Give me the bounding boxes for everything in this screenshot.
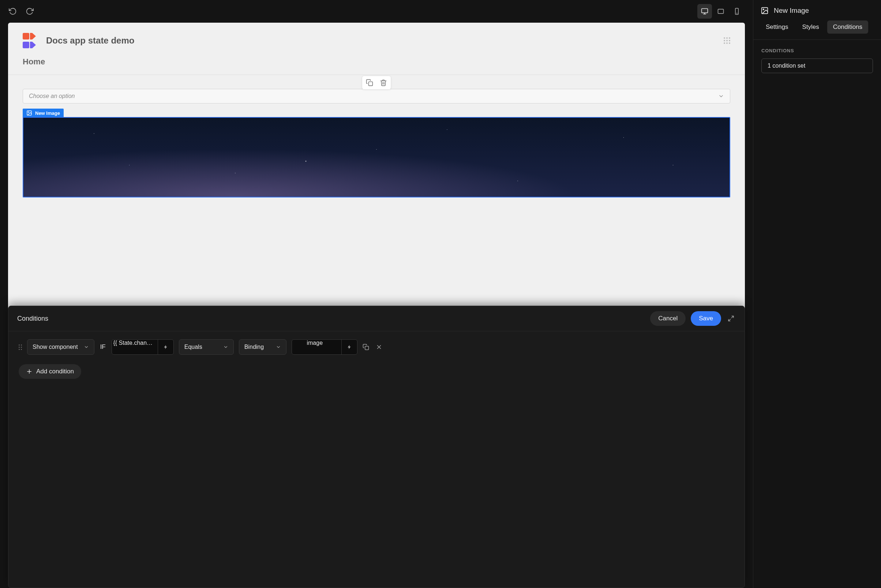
svg-line-11 (732, 316, 734, 318)
action-select-label: Show component (33, 344, 78, 350)
app-logo (23, 32, 39, 49)
bolt-icon (347, 345, 352, 350)
component-toolbar (362, 76, 391, 90)
condition-row: Show component IF {{ State.chan… Equa (19, 339, 734, 355)
svg-rect-13 (365, 346, 369, 350)
delete-button[interactable] (380, 79, 387, 86)
svg-point-10 (28, 112, 29, 112)
bolt-icon (163, 345, 168, 350)
right-value-input[interactable]: image (292, 339, 358, 355)
svg-rect-6 (23, 33, 29, 39)
plus-icon (26, 368, 33, 375)
chevron-down-icon (84, 345, 89, 350)
undo-icon (9, 8, 17, 15)
svg-line-12 (728, 319, 730, 321)
mobile-icon (733, 8, 741, 15)
remove-row-button[interactable] (376, 344, 382, 350)
app-menu-icon[interactable] (724, 37, 730, 44)
image-icon (26, 110, 32, 116)
tablet-icon (717, 8, 725, 15)
device-tablet-button[interactable] (713, 4, 728, 19)
option-select[interactable]: Choose an option (23, 89, 730, 104)
chevron-down-icon (223, 345, 228, 350)
chevron-down-icon (276, 345, 281, 350)
expand-icon (728, 315, 734, 322)
image-content (23, 118, 729, 197)
device-desktop-button[interactable] (698, 4, 712, 19)
trash-icon (380, 79, 387, 86)
operator-select[interactable]: Equals (179, 339, 234, 355)
sidebar-tabs: Settings Styles Conditions (753, 18, 881, 40)
duplicate-button[interactable] (366, 79, 373, 86)
duplicate-icon (362, 344, 369, 350)
image-icon (761, 7, 769, 15)
tab-styles[interactable]: Styles (796, 21, 825, 34)
component-badge-label: New Image (35, 110, 60, 116)
properties-sidebar: New Image Settings Styles Conditions CON… (753, 0, 881, 588)
svg-rect-3 (718, 9, 724, 14)
add-condition-label: Add condition (36, 368, 74, 375)
undo-button[interactable] (9, 8, 17, 15)
compare-mode-label: Binding (244, 344, 264, 350)
redo-icon (26, 8, 34, 15)
device-preview-group (698, 4, 744, 19)
tab-conditions[interactable]: Conditions (827, 21, 868, 34)
image-component[interactable] (23, 117, 730, 198)
select-placeholder: Choose an option (29, 93, 75, 99)
redo-button[interactable] (26, 8, 34, 15)
svg-rect-0 (702, 9, 708, 13)
selected-element-name: New Image (774, 7, 809, 15)
binding-button[interactable] (158, 340, 173, 354)
monitor-icon (701, 8, 708, 15)
device-mobile-button[interactable] (729, 4, 744, 19)
drag-handle[interactable] (19, 345, 22, 350)
svg-point-19 (763, 9, 764, 10)
action-select[interactable]: Show component (27, 339, 95, 355)
add-condition-button[interactable]: Add condition (19, 364, 81, 379)
cancel-button[interactable]: Cancel (650, 311, 686, 326)
svg-rect-8 (369, 82, 373, 86)
conditions-title: Conditions (17, 315, 48, 322)
app-title: Docs app state demo (46, 36, 134, 46)
section-label: CONDITIONS (753, 40, 881, 58)
right-value-text: image (292, 340, 338, 354)
svg-rect-7 (23, 42, 29, 48)
compare-mode-select[interactable]: Binding (239, 339, 286, 355)
close-icon (376, 344, 382, 350)
component-badge[interactable]: New Image (23, 109, 64, 117)
operator-label: Equals (184, 344, 202, 350)
chevron-down-icon (718, 93, 724, 99)
conditions-editor: Conditions Cancel Save Show component (8, 306, 745, 588)
binding-button[interactable] (341, 340, 357, 354)
expand-button[interactable] (726, 314, 736, 323)
duplicate-icon (366, 79, 373, 86)
left-value-text: {{ State.chan… (112, 340, 154, 354)
tab-settings[interactable]: Settings (760, 21, 794, 34)
left-value-input[interactable]: {{ State.chan… (111, 339, 174, 355)
svg-rect-4 (735, 8, 738, 15)
condition-set-chip[interactable]: 1 condition set (761, 58, 873, 73)
duplicate-row-button[interactable] (362, 344, 369, 350)
page-title: Home (8, 52, 745, 75)
save-button[interactable]: Save (691, 311, 721, 326)
if-label: IF (99, 344, 107, 351)
